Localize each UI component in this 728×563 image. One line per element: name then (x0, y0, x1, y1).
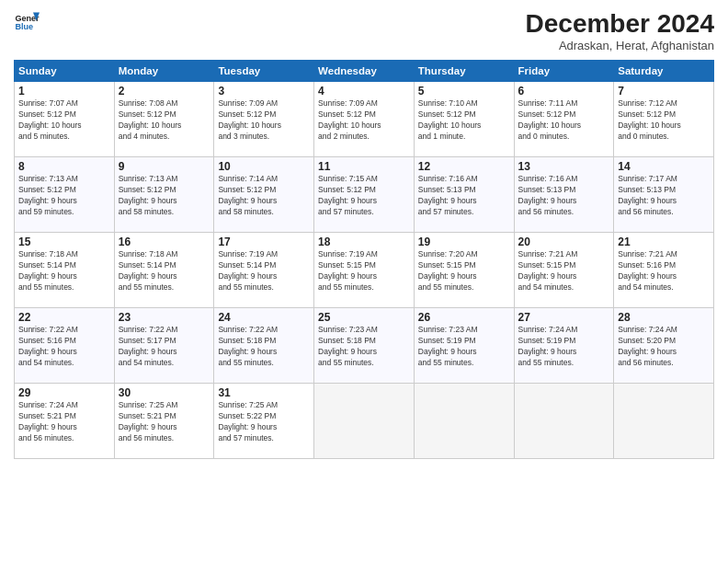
calendar-cell: 22Sunrise: 7:22 AMSunset: 5:16 PMDayligh… (15, 308, 115, 384)
weekday-header-sunday: Sunday (15, 61, 115, 82)
calendar-cell: 27Sunrise: 7:24 AMSunset: 5:19 PMDayligh… (514, 308, 614, 384)
day-number: 17 (218, 236, 310, 248)
day-info: Sunrise: 7:23 AMSunset: 5:19 PMDaylight:… (418, 325, 510, 369)
logo: General Blue (14, 9, 40, 35)
calendar-cell (614, 384, 714, 459)
day-info: Sunrise: 7:22 AMSunset: 5:18 PMDaylight:… (218, 325, 310, 369)
day-number: 6 (518, 85, 610, 98)
day-info: Sunrise: 7:21 AMSunset: 5:15 PMDaylight:… (518, 249, 610, 293)
day-number: 26 (418, 311, 510, 324)
day-number: 18 (318, 236, 410, 248)
day-info: Sunrise: 7:15 AMSunset: 5:12 PMDaylight:… (318, 174, 410, 218)
day-info: Sunrise: 7:24 AMSunset: 5:21 PMDaylight:… (18, 400, 110, 444)
day-info: Sunrise: 7:20 AMSunset: 5:15 PMDaylight:… (418, 249, 510, 293)
weekday-header-wednesday: Wednesday (314, 61, 415, 82)
calendar-cell: 1Sunrise: 7:07 AMSunset: 5:12 PMDaylight… (15, 82, 115, 157)
day-info: Sunrise: 7:23 AMSunset: 5:18 PMDaylight:… (318, 325, 410, 369)
calendar-cell: 7Sunrise: 7:12 AMSunset: 5:12 PMDaylight… (614, 82, 714, 157)
calendar-cell: 14Sunrise: 7:17 AMSunset: 5:13 PMDayligh… (614, 157, 714, 233)
calendar-cell: 4Sunrise: 7:09 AMSunset: 5:12 PMDaylight… (314, 82, 415, 157)
day-number: 28 (618, 311, 710, 324)
day-number: 3 (218, 85, 310, 98)
day-info: Sunrise: 7:19 AMSunset: 5:14 PMDaylight:… (218, 249, 310, 293)
day-info: Sunrise: 7:18 AMSunset: 5:14 PMDaylight:… (119, 249, 210, 293)
calendar-week-5: 29Sunrise: 7:24 AMSunset: 5:21 PMDayligh… (15, 384, 714, 459)
calendar-week-4: 22Sunrise: 7:22 AMSunset: 5:16 PMDayligh… (15, 308, 714, 384)
day-info: Sunrise: 7:17 AMSunset: 5:13 PMDaylight:… (618, 174, 710, 218)
calendar-cell: 26Sunrise: 7:23 AMSunset: 5:19 PMDayligh… (414, 308, 514, 384)
weekday-header-row: SundayMondayTuesdayWednesdayThursdayFrid… (15, 61, 714, 82)
day-info: Sunrise: 7:25 AMSunset: 5:22 PMDaylight:… (218, 400, 310, 444)
day-number: 4 (318, 85, 410, 98)
day-number: 29 (18, 386, 110, 399)
day-number: 5 (418, 85, 510, 98)
day-info: Sunrise: 7:13 AMSunset: 5:12 PMDaylight:… (119, 174, 210, 218)
weekday-header-monday: Monday (114, 61, 214, 82)
day-info: Sunrise: 7:09 AMSunset: 5:12 PMDaylight:… (318, 98, 410, 143)
day-info: Sunrise: 7:22 AMSunset: 5:17 PMDaylight:… (119, 325, 210, 369)
logo-icon: General Blue (14, 9, 40, 35)
day-info: Sunrise: 7:18 AMSunset: 5:14 PMDaylight:… (18, 249, 110, 293)
day-number: 1 (18, 85, 110, 98)
day-info: Sunrise: 7:09 AMSunset: 5:12 PMDaylight:… (218, 98, 310, 143)
day-info: Sunrise: 7:13 AMSunset: 5:12 PMDaylight:… (18, 174, 110, 218)
calendar-cell: 18Sunrise: 7:19 AMSunset: 5:15 PMDayligh… (314, 233, 415, 308)
calendar-cell: 16Sunrise: 7:18 AMSunset: 5:14 PMDayligh… (114, 233, 214, 308)
calendar-cell: 12Sunrise: 7:16 AMSunset: 5:13 PMDayligh… (414, 157, 514, 233)
day-number: 8 (18, 160, 110, 173)
day-info: Sunrise: 7:07 AMSunset: 5:12 PMDaylight:… (18, 98, 110, 143)
calendar-cell: 21Sunrise: 7:21 AMSunset: 5:16 PMDayligh… (614, 233, 714, 308)
calendar-cell: 3Sunrise: 7:09 AMSunset: 5:12 PMDaylight… (214, 82, 314, 157)
day-number: 14 (618, 160, 710, 173)
calendar-cell: 17Sunrise: 7:19 AMSunset: 5:14 PMDayligh… (214, 233, 314, 308)
day-number: 9 (119, 160, 210, 173)
calendar-week-2: 8Sunrise: 7:13 AMSunset: 5:12 PMDaylight… (15, 157, 714, 233)
day-info: Sunrise: 7:21 AMSunset: 5:16 PMDaylight:… (618, 249, 710, 293)
day-number: 31 (218, 386, 310, 399)
weekday-header-saturday: Saturday (614, 61, 714, 82)
day-number: 25 (318, 311, 410, 324)
calendar-cell: 28Sunrise: 7:24 AMSunset: 5:20 PMDayligh… (614, 308, 714, 384)
day-info: Sunrise: 7:22 AMSunset: 5:16 PMDaylight:… (18, 325, 110, 369)
weekday-header-tuesday: Tuesday (214, 61, 314, 82)
day-info: Sunrise: 7:16 AMSunset: 5:13 PMDaylight:… (518, 174, 610, 218)
day-number: 12 (418, 160, 510, 173)
calendar-cell: 8Sunrise: 7:13 AMSunset: 5:12 PMDaylight… (15, 157, 115, 233)
calendar-cell: 29Sunrise: 7:24 AMSunset: 5:21 PMDayligh… (15, 384, 115, 459)
day-number: 7 (618, 85, 710, 98)
calendar-cell: 10Sunrise: 7:14 AMSunset: 5:12 PMDayligh… (214, 157, 314, 233)
day-number: 15 (18, 236, 110, 248)
day-number: 22 (18, 311, 110, 324)
svg-text:Blue: Blue (15, 22, 33, 31)
day-number: 21 (618, 236, 710, 248)
day-info: Sunrise: 7:16 AMSunset: 5:13 PMDaylight:… (418, 174, 510, 218)
location-subtitle: Adraskan, Herat, Afghanistan (526, 39, 714, 52)
calendar-week-1: 1Sunrise: 7:07 AMSunset: 5:12 PMDaylight… (15, 82, 714, 157)
header: General Blue December 2024 Adraskan, Her… (14, 9, 714, 52)
day-info: Sunrise: 7:10 AMSunset: 5:12 PMDaylight:… (418, 98, 510, 143)
title-block: December 2024 Adraskan, Herat, Afghanist… (526, 9, 714, 52)
calendar-cell (514, 384, 614, 459)
day-info: Sunrise: 7:19 AMSunset: 5:15 PMDaylight:… (318, 249, 410, 293)
calendar-cell: 19Sunrise: 7:20 AMSunset: 5:15 PMDayligh… (414, 233, 514, 308)
calendar-cell: 20Sunrise: 7:21 AMSunset: 5:15 PMDayligh… (514, 233, 614, 308)
calendar-cell: 25Sunrise: 7:23 AMSunset: 5:18 PMDayligh… (314, 308, 415, 384)
calendar-cell: 15Sunrise: 7:18 AMSunset: 5:14 PMDayligh… (15, 233, 115, 308)
day-number: 2 (119, 85, 210, 98)
day-info: Sunrise: 7:14 AMSunset: 5:12 PMDaylight:… (218, 174, 310, 218)
day-number: 11 (318, 160, 410, 173)
calendar-cell: 31Sunrise: 7:25 AMSunset: 5:22 PMDayligh… (214, 384, 314, 459)
day-number: 20 (518, 236, 610, 248)
calendar-cell (314, 384, 415, 459)
day-number: 30 (119, 386, 210, 399)
day-number: 23 (119, 311, 210, 324)
day-number: 19 (418, 236, 510, 248)
calendar-cell: 5Sunrise: 7:10 AMSunset: 5:12 PMDaylight… (414, 82, 514, 157)
calendar-cell: 6Sunrise: 7:11 AMSunset: 5:12 PMDaylight… (514, 82, 614, 157)
calendar-cell (414, 384, 514, 459)
calendar-cell: 11Sunrise: 7:15 AMSunset: 5:12 PMDayligh… (314, 157, 415, 233)
calendar-table: SundayMondayTuesdayWednesdayThursdayFrid… (14, 60, 714, 459)
day-number: 13 (518, 160, 610, 173)
calendar-cell: 9Sunrise: 7:13 AMSunset: 5:12 PMDaylight… (114, 157, 214, 233)
calendar-container: General Blue December 2024 Adraskan, Her… (0, 0, 728, 468)
